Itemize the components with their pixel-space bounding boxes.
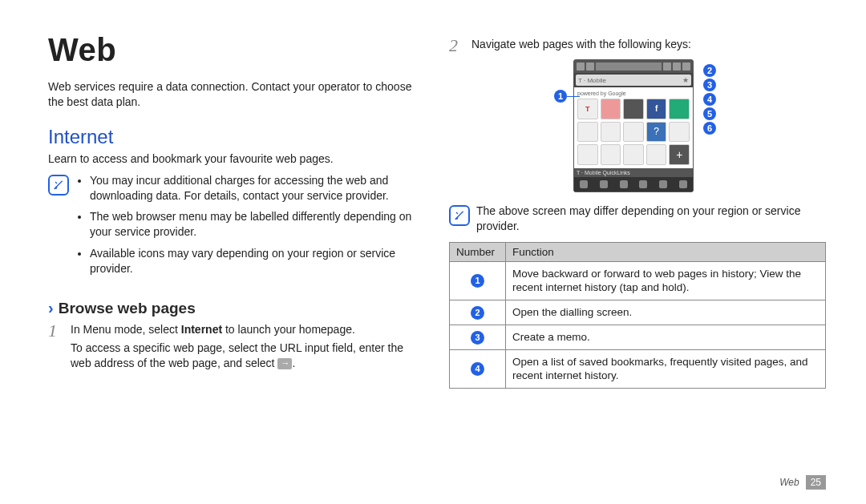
step-1: 1 In Menu mode, select Internet to launc… <box>48 322 425 371</box>
row-function: Open a list of saved bookmarks, frequent… <box>506 349 826 388</box>
grid-cell <box>577 144 598 165</box>
row-number-badge: 3 <box>471 331 484 345</box>
nav-icon <box>639 180 647 188</box>
grid-cell <box>669 99 690 119</box>
note-block: You may incur additional charges for acc… <box>48 173 425 283</box>
phone-bottombar <box>574 177 693 192</box>
nav-icon <box>600 180 608 188</box>
page-spread: Web Web services require a data connecti… <box>0 0 866 405</box>
note-item: The web browser menu may be labelled dif… <box>90 209 425 240</box>
star-icon: ★ <box>680 76 691 84</box>
grid-cell: + <box>669 144 690 165</box>
row-function: Create a memo. <box>506 325 826 349</box>
grid-cell <box>601 144 621 165</box>
section-subtext: Learn to access and bookmark your favour… <box>48 151 425 167</box>
lead-line <box>567 96 580 97</box>
th-function: Function <box>506 242 826 261</box>
function-table: Number Function 1 Move backward or forwa… <box>449 242 826 389</box>
note-item: Available icons may vary depending on yo… <box>90 246 425 276</box>
address-bar: T · Mobile ★ <box>576 75 691 86</box>
callout-3: 3 <box>703 79 716 91</box>
phone-topbar <box>574 60 693 73</box>
grid-cell <box>601 122 621 143</box>
app-grid: T f ? + <box>577 99 690 165</box>
callout-2: 2 <box>703 64 716 77</box>
note-text: The above screen may differ depending on… <box>476 204 826 234</box>
footer-page-number: 25 <box>806 475 826 490</box>
grid-cell: ? <box>646 122 667 143</box>
back-icon <box>577 62 585 71</box>
step1-line2: To access a specific web page, select th… <box>71 341 403 369</box>
grid-cell <box>646 144 667 165</box>
subsection-browse: › Browse web pages 1 In Menu mode, selec… <box>48 299 425 371</box>
step1-line2-end: . <box>292 357 295 369</box>
grid-cell <box>623 99 644 119</box>
table-row: 3 Create a memo. <box>450 325 826 349</box>
subsection-title: › Browse web pages <box>48 299 425 317</box>
nav-icon <box>659 180 667 188</box>
chevron-right-icon: › <box>48 299 54 317</box>
grid-cell <box>601 99 621 119</box>
th-number: Number <box>450 242 506 261</box>
grid-cell <box>577 122 598 143</box>
row-number-badge: 1 <box>471 274 484 288</box>
nav-icon <box>679 180 687 188</box>
portal-body: powered by Google T f ? <box>574 87 693 177</box>
callout-4: 4 <box>703 93 716 106</box>
step-number: 2 <box>449 37 465 54</box>
chapter-title: Web <box>48 32 425 68</box>
step1-text-b: to launch your homepage. <box>222 323 355 336</box>
portal-brand: powered by Google <box>577 91 690 96</box>
row-function: Move backward or forward to web pages in… <box>506 261 826 300</box>
portal-bar: T · Mobile QuickLinks <box>574 168 693 177</box>
grid-cell: f <box>646 99 667 119</box>
grid-cell <box>669 122 690 143</box>
phone-illustration: 1 2 3 4 5 6 T · Mobile ★ <box>549 59 726 192</box>
right-column: 2 Navigate web pages with the following … <box>449 32 826 389</box>
nav-icon <box>580 180 588 188</box>
note-block-right: The above screen may differ depending on… <box>449 204 826 234</box>
left-column: Web Web services require a data connecti… <box>48 32 425 389</box>
step-body: In Menu mode, select Internet to launch … <box>71 322 425 371</box>
phone-mock: T · Mobile ★ powered by Google T f ? <box>573 59 694 192</box>
step2-text: Navigate web pages with the following ke… <box>471 37 691 52</box>
callout-6: 6 <box>703 122 716 135</box>
table-row: 4 Open a list of saved bookmarks, freque… <box>450 349 826 388</box>
step-2: 2 Navigate web pages with the following … <box>449 37 826 54</box>
address-text: T · Mobile <box>576 77 609 84</box>
callout-5: 5 <box>703 107 716 120</box>
page-footer: Web 25 <box>779 475 826 490</box>
note-icon <box>449 205 470 226</box>
grid-cell <box>623 122 644 143</box>
table-row: 1 Move backward or forward to web pages … <box>450 261 826 300</box>
subsection-title-text: Browse web pages <box>59 300 196 317</box>
go-arrow-icon <box>277 358 292 369</box>
forward-icon <box>586 62 594 71</box>
dial-icon <box>663 62 671 71</box>
memo-icon <box>673 62 681 71</box>
step1-text-bold: Internet <box>181 323 222 336</box>
table-row: 2 Open the dialling screen. <box>450 300 826 325</box>
callout-1: 1 <box>554 90 567 103</box>
title-area <box>596 62 662 71</box>
row-function: Open the dialling screen. <box>506 300 826 325</box>
bookmarks-icon <box>682 62 690 71</box>
note-item: You may incur additional charges for acc… <box>90 173 425 204</box>
intro-text: Web services require a data connection. … <box>48 79 425 110</box>
step-number: 1 <box>48 322 64 340</box>
grid-cell <box>623 144 644 165</box>
note-icon <box>48 175 69 196</box>
grid-cell: T <box>577 99 598 119</box>
row-number-badge: 4 <box>471 362 484 376</box>
step1-text-a: In Menu mode, select <box>71 323 181 336</box>
section-heading-internet: Internet <box>48 126 425 148</box>
nav-icon <box>620 180 628 188</box>
footer-section: Web <box>779 477 799 488</box>
row-number-badge: 2 <box>471 306 484 320</box>
note-list: You may incur additional charges for acc… <box>90 173 425 283</box>
